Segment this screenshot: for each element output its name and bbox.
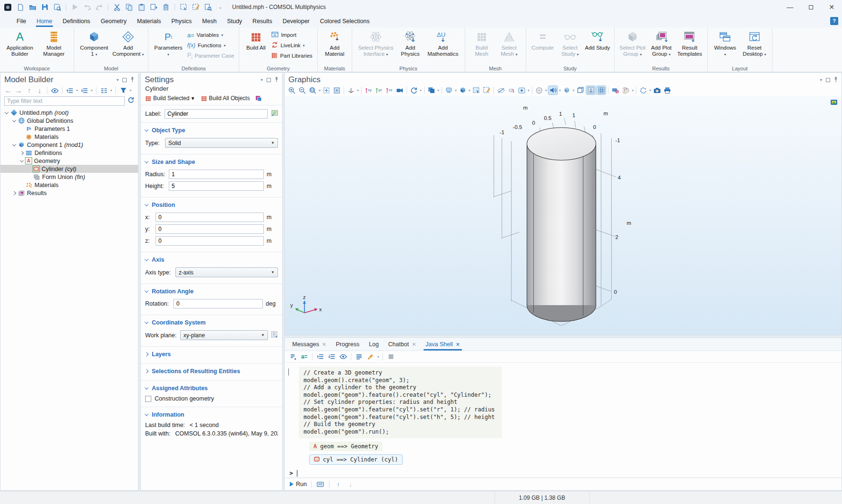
collapse-block-icon[interactable] [288,368,289,375]
close-button[interactable]: ✕ [821,0,842,14]
duplicate-icon[interactable] [148,2,159,12]
float-panel-icon[interactable] [122,78,127,82]
menu-definitions[interactable]: Definitions [58,15,95,27]
select-study-button[interactable]: Select Study ▾ [556,28,584,59]
deselect-objects-icon[interactable] [482,86,491,94]
update-plot-icon[interactable] [639,86,648,94]
result-templates-button[interactable]: Result Templates [675,28,704,59]
reset-hiding-icon[interactable] [507,86,516,94]
settings-float-icon[interactable] [267,78,271,82]
menu-results[interactable]: Results [247,15,278,27]
go-to-source-icon[interactable] [271,331,278,339]
tab-log[interactable]: Log [364,338,383,350]
view-xz-icon[interactable]: xz [385,86,394,94]
tab-messages[interactable]: Messages✕ [287,338,331,350]
view-yz-icon[interactable]: yz [374,86,383,94]
paste-icon[interactable] [136,2,147,12]
rotation-header[interactable]: Rotation Angle [145,286,278,297]
tree-item-cylinder[interactable]: Cylinder(cyl) [0,165,138,173]
command-window-icon[interactable] [316,480,325,488]
label-input[interactable] [165,109,268,119]
new-file-icon[interactable] [15,2,26,12]
application-builder-button[interactable]: A Application Builder [3,28,37,59]
type-select[interactable]: Solid▼ [165,138,278,148]
axis-type-select[interactable]: z-axis▼ [175,267,278,277]
information-header[interactable]: Information [145,409,278,420]
x-input[interactable] [156,213,264,222]
layers-header[interactable]: Layers [145,349,278,359]
collapse-output-icon[interactable] [327,352,336,361]
select-plot-group-button[interactable]: Select Plot Group ▾ [617,28,648,59]
tree-item-definitions[interactable]: Definitions [0,149,138,157]
print-icon[interactable] [663,86,672,94]
menu-study[interactable]: Study [222,15,247,27]
tree-item-component-1[interactable]: Component 1(mod1) [0,141,138,149]
add-study-button[interactable]: Add Study [584,28,611,52]
color-theme-icon[interactable] [621,86,630,94]
show-grid-icon[interactable] [597,86,606,94]
show-axes-icon[interactable] [586,86,595,94]
view-xy-icon[interactable]: xy [364,86,373,94]
redo-icon[interactable] [94,2,104,12]
save-as-icon[interactable] [52,2,62,12]
zoom-extents-icon[interactable] [322,86,331,94]
expand-output-icon[interactable] [316,352,325,361]
maximize-button[interactable] [800,0,821,14]
import-button[interactable]: Import [269,30,314,40]
copy-icon[interactable] [124,2,134,12]
coordinate-system-header[interactable]: Coordinate System [145,317,278,328]
show-output-icon[interactable] [339,352,347,361]
add-mathematics-button[interactable]: ΔU Add Mathematics [424,28,462,59]
run-icon[interactable] [69,2,80,12]
stop-icon[interactable] [386,352,395,361]
graphics-canvas[interactable]: m -1 -0.5 0 0.5 1 1 m 0 -1 4 m 2 0 [285,96,842,335]
add-plot-group-button[interactable]: Add Plot Group ▾ [648,28,675,59]
rotation-input[interactable] [174,299,263,308]
rename-icon[interactable] [271,110,278,118]
construction-geometry-checkbox[interactable] [145,396,151,402]
object-type-header[interactable]: Object Type [145,125,278,136]
rendering-cube-icon[interactable] [562,86,571,94]
filter-icon[interactable] [119,86,127,94]
z-input[interactable] [156,236,264,246]
radius-input[interactable] [169,170,264,179]
shell-prompt[interactable]: > [289,470,842,477]
height-input[interactable] [169,181,264,191]
go-back-icon[interactable]: ← [4,86,12,94]
tree-item-materials-component[interactable]: Materials [0,181,138,189]
windows-button[interactable]: Windows▾ [711,28,740,59]
functions-button[interactable]: f(x) Functions▾ [185,41,236,50]
menu-home[interactable]: Home [31,15,57,27]
menu-physics[interactable]: Physics [166,15,197,27]
refresh-icon[interactable] [128,97,134,105]
build-all-objects-button[interactable]: Build All Objects [201,95,250,102]
build-all-button[interactable]: Build All [242,28,269,52]
scene-light-icon[interactable] [444,86,453,94]
expand-all-icon[interactable] [66,86,74,94]
tree-filter-input[interactable] [4,96,125,106]
environment-icon[interactable] [458,86,467,94]
zoom-box-icon[interactable] [308,86,317,94]
select-mesh-button[interactable]: Select Mesh ▾ [495,28,523,59]
rotate-icon[interactable] [409,86,418,94]
go-forward-icon[interactable]: → [15,86,23,94]
select-objects-icon[interactable] [472,86,481,94]
menu-materials[interactable]: Materials [132,15,166,27]
variables-button[interactable]: a= Variables▾ [185,30,236,40]
assigned-attributes-header[interactable]: Assigned Attributes [145,383,278,393]
position-header[interactable]: Position [145,199,278,210]
zoom-out-icon[interactable] [298,86,307,94]
model-tree-options-icon[interactable] [100,86,108,94]
build-mesh-button[interactable]: Build Mesh [468,28,495,59]
add-component-button[interactable]: Add Component ▾ [111,28,145,59]
cylinder-3d[interactable] [527,128,596,321]
settings-pin-icon[interactable] [275,77,278,83]
select-box-icon[interactable] [178,2,189,12]
deselect-icon[interactable] [191,2,201,12]
view-settings-icon[interactable] [517,86,526,94]
move-up-icon[interactable]: ↑ [25,86,33,94]
projection-icon[interactable] [395,86,404,94]
build-preceding-icon[interactable] [255,95,262,102]
collapse-all-icon[interactable] [80,86,88,94]
save-icon[interactable] [40,2,50,12]
